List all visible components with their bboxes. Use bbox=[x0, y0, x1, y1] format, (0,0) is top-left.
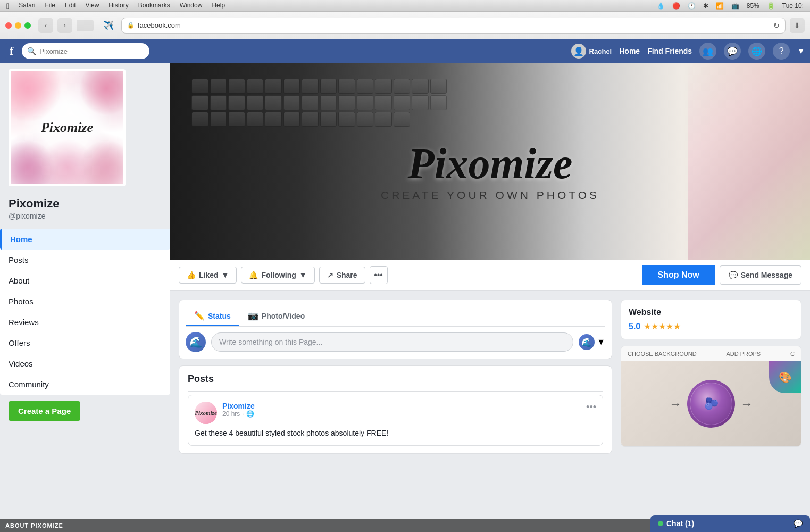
globe-icon: 🌐 bbox=[246, 410, 254, 418]
nav-user[interactable]: 👤 Rachel bbox=[571, 44, 612, 59]
post-time: 20 hrs · 🌐 bbox=[222, 410, 581, 418]
chat-label: Chat (1) bbox=[666, 519, 694, 528]
bluetooth-icon[interactable]: ✱ bbox=[703, 2, 708, 10]
file-menu[interactable]: File bbox=[45, 2, 55, 10]
post-more-options[interactable]: ••• bbox=[586, 402, 596, 413]
current-avatar: 🌊 bbox=[579, 334, 595, 350]
chat-bar[interactable]: Chat (1) 💬 bbox=[650, 515, 810, 532]
widget-main-image[interactable]: 🫐 bbox=[687, 380, 735, 428]
create-page-button[interactable]: Create a Page bbox=[9, 401, 80, 421]
widget-corner-image: 🎨 bbox=[769, 361, 801, 393]
apple-menu[interactable]:  bbox=[6, 2, 9, 10]
download-btn[interactable]: ⬇ bbox=[790, 18, 805, 33]
sidebar-item-videos[interactable]: Videos bbox=[0, 353, 170, 374]
star-rating: ★★★★★ bbox=[644, 321, 681, 331]
choose-background-label: CHOOSE BACKGROUND bbox=[628, 351, 697, 357]
dropbox-icon[interactable]: 💧 bbox=[657, 2, 665, 10]
traffic-lights[interactable] bbox=[5, 22, 31, 29]
search-input[interactable] bbox=[39, 47, 144, 55]
avatar-selector[interactable]: 🌊 ▼ bbox=[579, 334, 605, 350]
sidebar-item-offers[interactable]: Offers bbox=[0, 332, 170, 353]
avatar-dropdown-icon: ▼ bbox=[597, 337, 605, 347]
forward-btn[interactable]: › bbox=[57, 18, 72, 33]
widget-left-arrow[interactable]: → bbox=[669, 396, 682, 411]
rose-bg bbox=[688, 63, 810, 260]
sidebar-item-about[interactable]: About bbox=[0, 270, 170, 291]
antivirus-icon[interactable]: 🔴 bbox=[672, 2, 680, 10]
nav-notifications-icon[interactable]: 🌐 bbox=[748, 43, 765, 60]
nav-dropdown-icon[interactable]: ▼ bbox=[797, 47, 805, 55]
liked-button[interactable]: 👍 Liked ▼ bbox=[179, 267, 237, 284]
widget-header-bar: CHOOSE BACKGROUND ADD PROPS C bbox=[621, 346, 801, 361]
post-privacy-icon: · bbox=[242, 410, 244, 418]
widget-close-icon[interactable]: C bbox=[790, 351, 795, 357]
sidebar-toggle-btn[interactable] bbox=[77, 20, 94, 31]
close-window-btn[interactable] bbox=[5, 22, 12, 29]
wifi-icon[interactable]: 📶 bbox=[716, 2, 724, 10]
status-tab[interactable]: ✏️ Status bbox=[186, 306, 239, 326]
window-menu[interactable]: Window bbox=[180, 2, 203, 10]
add-props-label: ADD PROPS bbox=[726, 351, 761, 357]
help-menu[interactable]: Help bbox=[212, 2, 225, 10]
fb-logo[interactable]: f bbox=[5, 43, 18, 59]
back-btn[interactable]: ‹ bbox=[38, 18, 53, 33]
nav-home-link[interactable]: Home bbox=[619, 47, 640, 55]
post-header: Pixomize Pixomize 20 hrs · 🌐 bbox=[195, 402, 596, 424]
posts-header: Posts bbox=[188, 373, 603, 385]
nav-messenger-icon[interactable]: 💬 bbox=[724, 43, 741, 60]
sidebar-item-community[interactable]: Community bbox=[0, 374, 170, 395]
following-button[interactable]: 🔔 Following ▼ bbox=[241, 267, 314, 284]
battery-icon: 🔋 bbox=[767, 2, 775, 10]
nav-user-avatar: 👤 bbox=[571, 44, 586, 59]
fb-search-box[interactable]: 🔍 bbox=[22, 43, 149, 59]
cover-brand-name: Pixomize bbox=[381, 142, 599, 186]
nav-friends-icon[interactable]: 👥 bbox=[699, 43, 716, 60]
widget-right-arrow[interactable]: → bbox=[740, 396, 753, 411]
edit-menu[interactable]: Edit bbox=[65, 2, 76, 10]
status-input[interactable]: Write something on this Page... bbox=[211, 332, 573, 352]
url-text[interactable]: facebook.com bbox=[138, 21, 181, 29]
main-content: Pixomize CREATE YOUR OWN PHOTOS 👍 Liked … bbox=[170, 63, 810, 462]
more-options-button[interactable]: ••• bbox=[370, 266, 388, 284]
share-button[interactable]: ↗ Share bbox=[319, 267, 365, 284]
send-message-button[interactable]: 💬 Send Message bbox=[720, 265, 801, 285]
clock-icon[interactable]: 🕐 bbox=[688, 2, 696, 10]
smoothie-bowl-image: 🫐 bbox=[690, 383, 732, 425]
fullscreen-window-btn[interactable] bbox=[24, 22, 31, 29]
search-icon: 🔍 bbox=[27, 47, 36, 55]
post-avatar-text: Pixomize bbox=[195, 410, 217, 416]
post-author-name[interactable]: Pixomize bbox=[222, 402, 581, 410]
nav-user-name: Rachel bbox=[589, 47, 612, 55]
nav-find-friends-link[interactable]: Find Friends bbox=[647, 47, 692, 55]
messenger-icon: 💬 bbox=[729, 271, 738, 279]
page-handle: @pixomize bbox=[9, 212, 162, 220]
airplay-icon[interactable]: 📺 bbox=[731, 2, 739, 10]
bell-icon: 🔔 bbox=[249, 271, 258, 279]
content-area: ✏️ Status 📷 Photo/Video 🌊 Write somethin… bbox=[170, 291, 810, 462]
photo-video-tab[interactable]: 📷 Photo/Video bbox=[239, 306, 313, 326]
shop-now-button[interactable]: Shop Now bbox=[642, 265, 715, 285]
history-menu[interactable]: History bbox=[108, 2, 128, 10]
address-bar[interactable]: 🔒 facebook.com ↻ bbox=[121, 18, 786, 34]
posts-section: Posts Pixomize Pixomize bbox=[179, 365, 612, 454]
cover-photo: Pixomize CREATE YOUR OWN PHOTOS bbox=[170, 63, 810, 260]
nav-help-icon[interactable]: ? bbox=[773, 43, 790, 60]
chat-online-indicator bbox=[658, 521, 663, 526]
sidebar-item-posts[interactable]: Posts bbox=[0, 250, 170, 270]
minimize-window-btn[interactable] bbox=[15, 22, 21, 29]
safari-menu[interactable]: Safari bbox=[19, 2, 35, 10]
status-tabs: ✏️ Status 📷 Photo/Video bbox=[186, 306, 605, 327]
sidebar-item-photos[interactable]: Photos bbox=[0, 291, 170, 312]
sidebar-item-home[interactable]: Home bbox=[0, 229, 170, 250]
bookmark-icon[interactable]: ✈️ bbox=[100, 17, 117, 34]
bookmarks-menu[interactable]: Bookmarks bbox=[138, 2, 170, 10]
action-bar: 👍 Liked ▼ 🔔 Following ▼ ↗ Share ••• Shop… bbox=[170, 260, 810, 291]
post-content: Get these 4 beautiful styled stock photo… bbox=[195, 428, 596, 439]
view-menu[interactable]: View bbox=[86, 2, 99, 10]
page-layout: Pixomize Pixomize @pixomize Home Posts A… bbox=[0, 63, 810, 462]
reload-btn[interactable]: ↻ bbox=[773, 21, 780, 30]
cover-tagline: CREATE YOUR OWN PHOTOS bbox=[381, 189, 599, 202]
sidebar-item-reviews[interactable]: Reviews bbox=[0, 312, 170, 332]
camera-icon: 📷 bbox=[248, 311, 258, 321]
left-sidebar: Pixomize Pixomize @pixomize Home Posts A… bbox=[0, 63, 170, 462]
